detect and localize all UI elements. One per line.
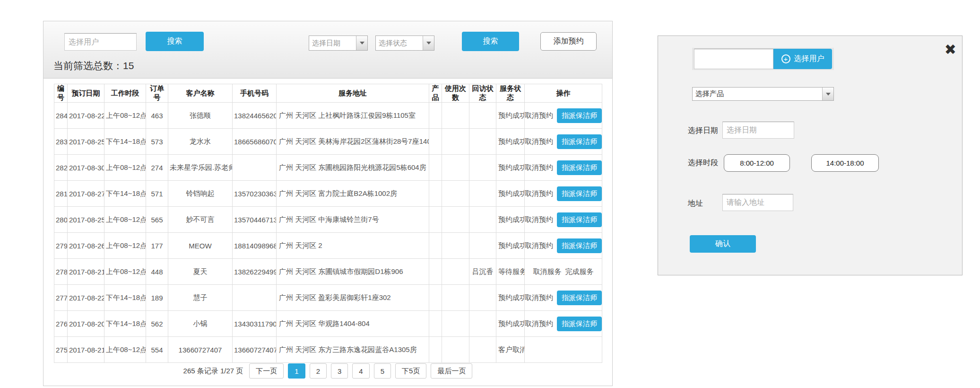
filter-bar: 搜索 选择日期 选择状态 搜索 添加预约 当前筛选总数：15: [43, 21, 612, 79]
cell-id: 280: [54, 207, 68, 233]
cell-operations: 取消预约指派保洁师: [525, 181, 602, 207]
cell-status: 预约成功: [496, 207, 525, 233]
pagination-button[interactable]: 5: [374, 363, 391, 379]
cell-visit: [469, 129, 496, 155]
cell-phone: [233, 285, 277, 311]
column-header: 工作时段: [104, 84, 146, 103]
table-row: 2792017-08-26上午08~12点177MEOW18814098968广…: [54, 233, 602, 259]
confirm-button[interactable]: 确认: [690, 235, 756, 253]
cell-visit: [469, 207, 496, 233]
row-action-link[interactable]: 取消预约: [525, 137, 553, 146]
cell-product: [429, 207, 442, 233]
assign-cleaner-button[interactable]: 指派保洁师: [557, 134, 602, 149]
cell-usage: [442, 337, 469, 363]
cell-order: 463: [146, 103, 168, 129]
user-filter-input[interactable]: [64, 33, 137, 51]
cell-date: 2017-08-27: [68, 181, 104, 207]
assign-cleaner-button[interactable]: 指派保洁师: [557, 108, 602, 123]
pagination-button[interactable]: 下一页: [249, 363, 284, 379]
product-select[interactable]: 选择产品: [692, 87, 834, 101]
cell-address: 广州 天河区 美林海岸花园2区蒲林街28号7座1401: [277, 129, 429, 155]
row-action-link[interactable]: 完成服务: [565, 267, 594, 276]
cell-usage: [442, 129, 469, 155]
pagination-button[interactable]: 3: [331, 363, 348, 379]
cell-date: 2017-08-30: [68, 155, 104, 181]
pagination-button[interactable]: 2: [310, 363, 327, 379]
assign-cleaner-button[interactable]: 指派保洁师: [557, 160, 602, 175]
table-row: 2822017-08-30上午08~12点274未来星学乐园.苏老师广州 天河区…: [54, 155, 602, 181]
reservation-panel: 搜索 选择日期 选择状态 搜索 添加预约 当前筛选总数：15 编号预订日期工作时…: [43, 21, 613, 386]
row-action-link[interactable]: 取消服务: [533, 267, 562, 276]
table-row: 2832017-08-25下午14~18点573龙水水18665686070广州…: [54, 129, 602, 155]
close-icon[interactable]: ✖: [945, 43, 956, 57]
pagination: 265 条记录 1/27 页 下一页12345下5页最后一页: [43, 363, 612, 379]
date-filter-select[interactable]: 选择日期: [309, 35, 368, 51]
time-slot-morning-button[interactable]: 8:00-12:00: [724, 154, 790, 172]
modal-user-input[interactable]: [694, 49, 773, 69]
status-filter-select[interactable]: 选择状态: [375, 35, 434, 51]
cell-address: 广州 天河区 2: [277, 233, 429, 259]
cell-visit: [469, 103, 496, 129]
cell-usage: [442, 155, 469, 181]
time-slot-afternoon-button[interactable]: 14:00-18:00: [811, 154, 879, 172]
column-header: 产品: [429, 84, 442, 103]
chevron-down-icon: [822, 88, 833, 100]
assign-cleaner-button[interactable]: 指派保洁师: [557, 212, 602, 227]
search-filters-button[interactable]: 搜索: [462, 32, 519, 51]
assign-cleaner-button[interactable]: 指派保洁师: [557, 317, 602, 331]
cell-slot: 上午08~12点: [104, 103, 146, 129]
cell-customer: 铃铛响起: [168, 181, 233, 207]
cell-product: [429, 129, 442, 155]
time-slot-label: 选择时段: [688, 158, 718, 168]
cell-product: [429, 285, 442, 311]
assign-cleaner-button[interactable]: 指派保洁师: [557, 186, 602, 201]
cell-operations: 取消预约指派保洁师: [525, 103, 602, 129]
cell-status: 预约成功: [496, 311, 525, 337]
cell-address: 广州 天河区 华观路1404-804: [277, 311, 429, 337]
cell-phone: 18665686070: [233, 129, 277, 155]
cell-id: 277: [54, 285, 68, 311]
cell-customer: 13660727407: [168, 337, 233, 363]
row-action-link[interactable]: 取消预约: [525, 189, 553, 198]
pagination-button[interactable]: 最后一页: [431, 363, 472, 379]
cell-id: 275: [54, 337, 68, 363]
row-action-link[interactable]: 取消预约: [525, 241, 553, 250]
pagination-button[interactable]: 下5页: [395, 363, 426, 379]
cell-operations: 取消预约指派保洁师: [525, 207, 602, 233]
date-label: 选择日期: [688, 126, 718, 136]
cell-order: 573: [146, 129, 168, 155]
add-reservation-modal: ✖ + 选择用户 选择产品 选择日期 选择时段 8:00-12:00 14:00…: [658, 35, 963, 275]
cell-customer: 夏天: [168, 259, 233, 285]
row-action-link[interactable]: 取消预约: [525, 293, 553, 302]
cell-slot: 下午14~18点: [104, 285, 146, 311]
cell-order: 189: [146, 285, 168, 311]
select-user-button[interactable]: + 选择用户: [773, 49, 832, 69]
status-filter-value: 选择状态: [376, 39, 423, 48]
cell-slot: 上午08~12点: [104, 207, 146, 233]
cell-id: 281: [54, 181, 68, 207]
cell-slot: 下午14~18点: [104, 181, 146, 207]
cell-operations: 取消预约指派保洁师: [525, 285, 602, 311]
assign-cleaner-button[interactable]: 指派保洁师: [557, 291, 602, 305]
assign-cleaner-button[interactable]: 指派保洁师: [557, 238, 602, 253]
row-action-link[interactable]: 取消预约: [525, 319, 553, 328]
cell-slot: 上午08~12点: [104, 155, 146, 181]
cell-status: 预约成功: [496, 285, 525, 311]
modal-address-input[interactable]: [722, 194, 793, 211]
row-action-link[interactable]: 取消预约: [525, 215, 553, 224]
add-reservation-button[interactable]: 添加预约: [540, 32, 597, 51]
row-action-link[interactable]: 取消预约: [525, 111, 553, 120]
cell-usage: [442, 103, 469, 129]
cell-order: 177: [146, 233, 168, 259]
pagination-button[interactable]: 1: [288, 363, 305, 379]
cell-phone: 13570230363: [233, 181, 277, 207]
search-user-button[interactable]: 搜索: [146, 32, 204, 51]
pagination-button[interactable]: 4: [352, 363, 369, 379]
chevron-down-icon: [356, 36, 367, 50]
cell-id: 276: [54, 311, 68, 337]
cell-address: 广州 天河区 富力院士庭B2A栋1002房: [277, 181, 429, 207]
row-action-link[interactable]: 取消预约: [525, 163, 553, 172]
modal-date-input[interactable]: [722, 122, 794, 139]
column-header: 服务状态: [496, 84, 525, 103]
cell-usage: [442, 233, 469, 259]
